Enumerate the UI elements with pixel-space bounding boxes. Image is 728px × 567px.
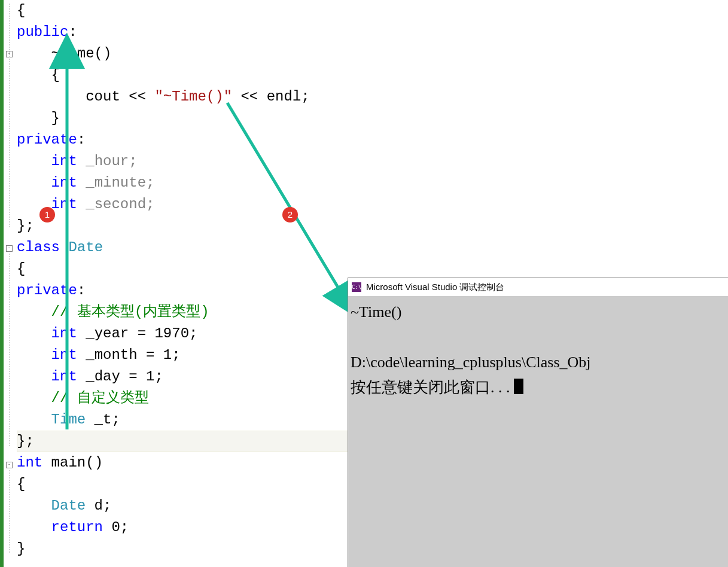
op: << bbox=[232, 89, 267, 105]
member: _month = 1; bbox=[77, 347, 181, 363]
member: _minute; bbox=[77, 175, 155, 191]
console-icon: C:\ bbox=[352, 282, 361, 292]
sp bbox=[60, 239, 68, 255]
type-date: Date bbox=[68, 239, 103, 255]
annotation-badge-1: 1 bbox=[39, 207, 55, 222]
keyword-int: int bbox=[51, 196, 77, 212]
console-line: ~Time() bbox=[351, 303, 401, 321]
comment: // 基本类型(内置类型) bbox=[51, 304, 209, 320]
keyword-int: int bbox=[51, 153, 77, 169]
brace: }; bbox=[17, 218, 34, 234]
var: d; bbox=[86, 498, 111, 514]
op: << bbox=[120, 89, 155, 105]
keyword-int: int bbox=[51, 368, 77, 385]
endl: endl bbox=[267, 89, 301, 105]
fold-guide bbox=[9, 470, 10, 554]
fold-toggle-icon[interactable]: - bbox=[6, 462, 13, 468]
colon: : bbox=[77, 132, 86, 148]
keyword-int: int bbox=[51, 175, 77, 191]
console-output[interactable]: ~Time() D:\code\learning_cplusplus\Class… bbox=[348, 296, 728, 404]
brace: } bbox=[17, 541, 25, 557]
ret: 0; bbox=[103, 519, 129, 535]
colon: : bbox=[68, 24, 77, 40]
brace: { bbox=[17, 476, 25, 492]
member: _hour; bbox=[77, 153, 138, 169]
member: _t; bbox=[86, 411, 120, 428]
string-literal: "~Time()" bbox=[154, 89, 232, 105]
debug-console-window[interactable]: C:\ Microsoft Visual Studio 调试控制台 ~Time(… bbox=[348, 278, 728, 567]
console-titlebar[interactable]: C:\ Microsoft Visual Studio 调试控制台 bbox=[348, 278, 728, 296]
keyword-private: private bbox=[17, 282, 77, 298]
member: _day = 1; bbox=[77, 368, 163, 385]
annotation-badge-2: 2 bbox=[282, 207, 298, 222]
keyword-public: public bbox=[17, 24, 68, 40]
member: _year = 1970; bbox=[77, 325, 198, 342]
fold-toggle-icon[interactable]: - bbox=[6, 245, 13, 252]
fold-guide bbox=[9, 4, 10, 228]
console-line: D:\code\learning_cplusplus\Class_Obj bbox=[351, 353, 591, 371]
semi: ; bbox=[301, 89, 309, 105]
console-title-text: Microsoft Visual Studio 调试控制台 bbox=[366, 282, 504, 293]
func-main: main() bbox=[42, 455, 103, 471]
change-bar bbox=[0, 0, 4, 567]
keyword-class: class bbox=[17, 239, 60, 255]
cursor-icon bbox=[514, 379, 523, 394]
type-time: Time bbox=[51, 411, 86, 428]
keyword-private: private bbox=[17, 132, 77, 148]
colon: : bbox=[77, 282, 86, 298]
brace: { bbox=[17, 2, 25, 19]
type-date: Date bbox=[51, 498, 86, 514]
fold-guide bbox=[9, 254, 10, 447]
keyword-int: int bbox=[17, 455, 42, 471]
brace: } bbox=[51, 110, 60, 126]
comment: // 自定义类型 bbox=[51, 390, 149, 406]
member: _second; bbox=[77, 196, 155, 212]
fold-gutter[interactable]: - - - bbox=[6, 0, 14, 567]
keyword-int: int bbox=[51, 347, 77, 363]
keyword-return: return bbox=[51, 519, 103, 535]
brace: { bbox=[17, 261, 25, 277]
destructor: ~Time() bbox=[51, 45, 112, 62]
keyword-int: int bbox=[51, 325, 77, 342]
cout: cout bbox=[86, 89, 120, 105]
console-line: 按任意键关闭此窗口. . . bbox=[351, 379, 514, 396]
brace: }; bbox=[17, 433, 34, 449]
brace: { bbox=[51, 67, 60, 83]
